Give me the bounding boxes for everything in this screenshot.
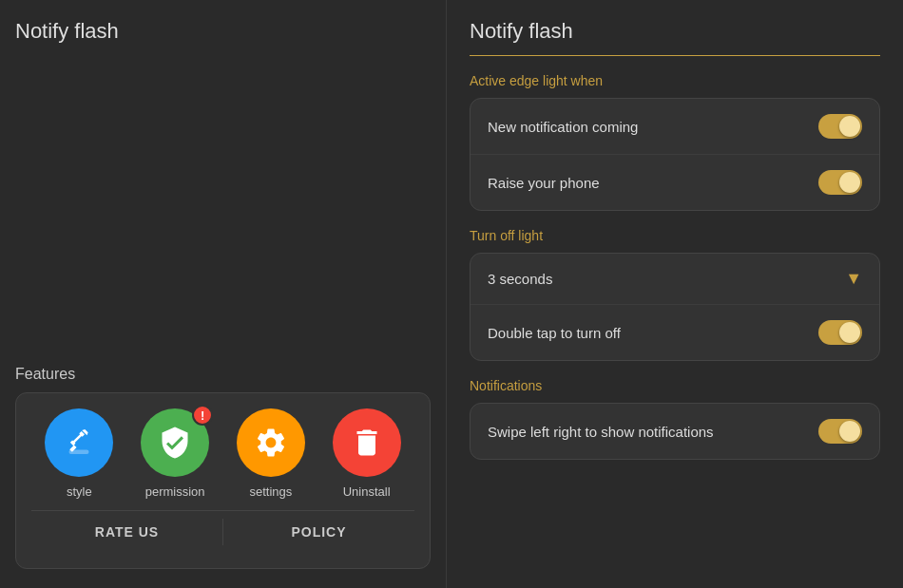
features-section: Features style xyxy=(15,100,431,569)
gear-icon xyxy=(254,426,288,460)
toggle-knob-swipe xyxy=(839,421,860,442)
feature-icon-permission[interactable] xyxy=(141,408,209,477)
right-panel: Notify flash Active edge light when New … xyxy=(447,0,903,588)
left-content-area xyxy=(15,55,431,100)
left-panel-title: Notify flash xyxy=(15,19,431,44)
new-notification-label: New notification coming xyxy=(488,119,638,135)
feature-item-style[interactable]: style xyxy=(45,408,113,499)
toggle-knob-new-notification xyxy=(839,116,860,137)
feature-icon-style[interactable] xyxy=(45,408,113,477)
feature-label-style: style xyxy=(67,484,92,499)
toggle-knob-raise-phone xyxy=(839,172,860,193)
toggle-knob-double-tap xyxy=(839,322,860,343)
settings-card-turn-off: 3 seconds ▼ Double tap to turn off xyxy=(470,253,880,361)
section-label-notifications: Notifications xyxy=(470,378,880,393)
section-label-turn-off: Turn off light xyxy=(470,228,880,243)
permission-badge xyxy=(192,405,213,426)
features-grid-container: style permission xyxy=(15,392,431,569)
settings-row-swipe: Swipe left right to show notifications xyxy=(471,404,879,459)
settings-card-notifications: Swipe left right to show notifications xyxy=(470,403,880,460)
double-tap-toggle[interactable] xyxy=(818,320,862,345)
settings-row-seconds[interactable]: 3 seconds ▼ xyxy=(471,254,879,304)
settings-row-double-tap: Double tap to turn off xyxy=(471,304,879,360)
settings-row-raise-phone: Raise your phone xyxy=(471,154,879,210)
swipe-label: Swipe left right to show notifications xyxy=(488,424,714,440)
feature-icon-uninstall[interactable] xyxy=(333,408,401,477)
right-panel-title: Notify flash xyxy=(470,19,880,56)
swipe-toggle[interactable] xyxy=(818,419,862,444)
section-label-active-edge: Active edge light when xyxy=(470,73,880,88)
trash-icon xyxy=(350,426,384,460)
left-panel: Notify flash Features style xyxy=(0,0,447,588)
feature-icon-settings[interactable] xyxy=(237,408,305,477)
seconds-value: 3 seconds xyxy=(488,271,552,287)
feature-label-permission: permission xyxy=(145,484,205,499)
chevron-down-icon[interactable]: ▼ xyxy=(845,269,862,289)
feature-item-permission[interactable]: permission xyxy=(141,408,209,499)
features-label: Features xyxy=(15,366,431,383)
shield-icon xyxy=(158,426,192,460)
new-notification-toggle[interactable] xyxy=(818,114,862,139)
hammer-icon xyxy=(62,426,96,460)
settings-card-active-edge: New notification coming Raise your phone xyxy=(470,98,880,211)
features-grid: style permission xyxy=(31,408,414,499)
double-tap-label: Double tap to turn off xyxy=(488,325,621,341)
feature-item-settings[interactable]: settings xyxy=(237,408,305,499)
feature-item-uninstall[interactable]: Uninstall xyxy=(333,408,401,499)
settings-row-new-notification: New notification coming xyxy=(471,99,879,154)
bottom-buttons: RATE US POLICY xyxy=(31,510,414,553)
policy-button[interactable]: POLICY xyxy=(223,511,414,553)
feature-label-uninstall: Uninstall xyxy=(343,484,391,499)
raise-phone-toggle[interactable] xyxy=(818,170,862,195)
feature-label-settings: settings xyxy=(249,484,292,499)
rate-us-button[interactable]: RATE US xyxy=(31,511,222,553)
raise-phone-label: Raise your phone xyxy=(488,175,600,191)
